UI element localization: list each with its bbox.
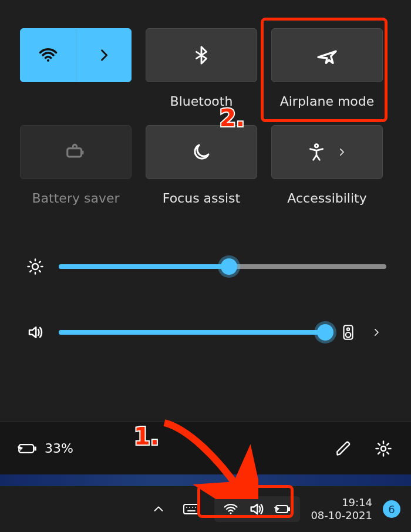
bluetooth-tile-wrap: Bluetooth bbox=[146, 28, 257, 109]
notification-badge[interactable]: 6 bbox=[383, 500, 400, 518]
focus-assist-tile[interactable] bbox=[146, 125, 257, 179]
bluetooth-tile[interactable] bbox=[146, 28, 257, 82]
battery-saver-tile[interactable] bbox=[20, 125, 132, 179]
chevron-up-icon bbox=[152, 503, 165, 516]
desktop-sliver bbox=[0, 474, 411, 486]
battery-saver-icon bbox=[65, 141, 87, 163]
svg-rect-19 bbox=[184, 504, 199, 514]
volume-icon bbox=[25, 324, 46, 341]
svg-line-12 bbox=[39, 261, 41, 262]
chevron-right-icon bbox=[96, 47, 112, 63]
airplane-tile-wrap: Airplane mode bbox=[271, 28, 383, 109]
panel-footer: 33% bbox=[0, 422, 411, 474]
focus-assist-tile-wrap: Focus assist bbox=[146, 125, 257, 206]
svg-line-11 bbox=[30, 271, 31, 272]
settings-button[interactable] bbox=[373, 439, 393, 459]
brightness-slider[interactable] bbox=[59, 264, 386, 269]
brightness-icon bbox=[25, 258, 46, 275]
battery-status[interactable]: 33% bbox=[18, 441, 73, 456]
battery-percent: 33% bbox=[45, 441, 73, 456]
battery-saver-label: Battery saver bbox=[32, 191, 120, 206]
sliders-section bbox=[0, 206, 411, 344]
taskbar-time: 19:14 bbox=[311, 496, 372, 510]
svg-point-18 bbox=[381, 446, 386, 451]
svg-point-3 bbox=[315, 144, 318, 147]
accessibility-tile[interactable] bbox=[271, 125, 383, 179]
airplane-label: Airplane mode bbox=[280, 94, 375, 109]
svg-rect-1 bbox=[68, 149, 82, 157]
brightness-slider-row bbox=[25, 255, 386, 278]
network-volume-battery-tray[interactable] bbox=[214, 496, 300, 522]
svg-point-15 bbox=[346, 332, 351, 338]
taskbar: 19:14 08-10-2021 6 bbox=[0, 486, 411, 532]
battery-charging-icon bbox=[274, 503, 292, 516]
edit-quick-settings-button[interactable] bbox=[333, 439, 353, 459]
system-tray bbox=[149, 496, 300, 522]
svg-point-4 bbox=[32, 264, 38, 270]
keyboard-icon bbox=[183, 502, 200, 516]
battery-saver-tile-wrap: Battery saver bbox=[20, 125, 132, 206]
accessibility-label: Accessibility bbox=[287, 191, 366, 206]
airplane-icon bbox=[315, 43, 339, 67]
battery-charging-icon bbox=[18, 442, 38, 456]
volume-slider-row bbox=[25, 321, 386, 344]
svg-line-9 bbox=[30, 261, 31, 262]
wifi-icon bbox=[223, 501, 239, 517]
quick-settings-panel: Bluetooth Airplane mode Battery saver bbox=[0, 0, 411, 474]
audio-expand-button[interactable] bbox=[366, 322, 386, 342]
tray-overflow-button[interactable] bbox=[149, 499, 169, 519]
chevron-right-icon bbox=[336, 147, 347, 157]
wifi-expand[interactable] bbox=[76, 29, 131, 82]
pencil-icon bbox=[335, 440, 352, 457]
svg-point-14 bbox=[347, 328, 349, 331]
taskbar-date: 08-10-2021 bbox=[311, 509, 372, 523]
svg-rect-17 bbox=[34, 446, 36, 450]
wifi-toggle[interactable] bbox=[21, 29, 76, 82]
moon-icon bbox=[191, 142, 212, 163]
touch-keyboard-button[interactable] bbox=[181, 499, 201, 519]
taskbar-clock[interactable]: 19:14 08-10-2021 bbox=[311, 496, 372, 523]
bluetooth-icon bbox=[191, 45, 211, 65]
focus-assist-label: Focus assist bbox=[163, 191, 240, 206]
wifi-icon bbox=[38, 45, 59, 66]
svg-point-25 bbox=[230, 512, 232, 514]
volume-icon bbox=[248, 501, 265, 517]
accessibility-icon bbox=[307, 143, 326, 161]
airplane-mode-tile[interactable] bbox=[271, 28, 383, 82]
svg-point-0 bbox=[47, 59, 49, 62]
accessibility-tile-wrap: Accessibility bbox=[271, 125, 383, 206]
svg-rect-2 bbox=[82, 151, 83, 154]
svg-line-10 bbox=[39, 271, 41, 272]
gear-icon bbox=[375, 440, 392, 457]
audio-output-button[interactable] bbox=[338, 322, 358, 342]
wifi-tile[interactable] bbox=[20, 28, 132, 82]
volume-slider[interactable] bbox=[59, 330, 325, 335]
bluetooth-label: Bluetooth bbox=[170, 94, 233, 109]
svg-rect-27 bbox=[288, 507, 290, 511]
quick-settings-tiles: Bluetooth Airplane mode Battery saver bbox=[0, 0, 411, 206]
wifi-tile-wrap bbox=[20, 28, 132, 109]
